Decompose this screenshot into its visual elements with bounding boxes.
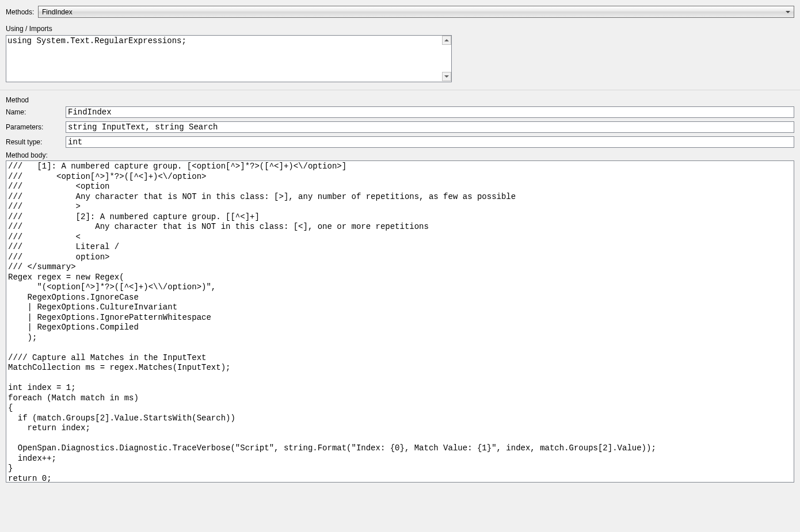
methods-label: Methods: bbox=[6, 8, 38, 16]
triangle-down-icon bbox=[444, 75, 449, 78]
result-type-label: Result type: bbox=[6, 138, 66, 146]
result-type-input[interactable] bbox=[66, 136, 794, 148]
parameters-input[interactable] bbox=[66, 121, 794, 133]
triangle-up-icon bbox=[444, 39, 449, 41]
methods-dropdown-value: FindIndex bbox=[42, 8, 73, 16]
method-section-label: Method bbox=[6, 96, 794, 104]
method-body-label: Method body: bbox=[6, 151, 794, 159]
name-input[interactable] bbox=[66, 106, 794, 118]
methods-dropdown[interactable]: FindIndex bbox=[38, 6, 794, 18]
scroll-down-button[interactable] bbox=[442, 72, 451, 81]
imports-label: Using / Imports bbox=[6, 25, 794, 33]
imports-textarea[interactable] bbox=[6, 35, 452, 82]
scroll-up-button[interactable] bbox=[442, 36, 451, 45]
name-label: Name: bbox=[6, 108, 66, 116]
parameters-label: Parameters: bbox=[6, 123, 66, 131]
chevron-down-icon bbox=[786, 11, 790, 13]
method-body-textarea[interactable] bbox=[6, 160, 794, 483]
